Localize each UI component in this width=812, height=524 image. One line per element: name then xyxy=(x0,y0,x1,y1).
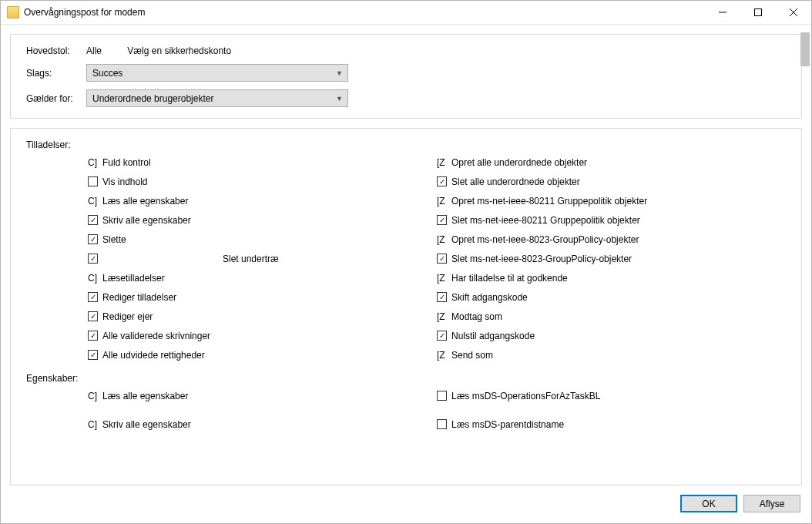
permission-row: [ZOpret ms-net-ieee-8023-GroupPolicy-obj… xyxy=(437,232,786,247)
checkbox[interactable] xyxy=(437,215,447,225)
button-bar: OK Aflyse xyxy=(1,495,811,523)
slags-select[interactable]: Succes ▼ xyxy=(86,64,348,82)
permission-row: Vis indhold xyxy=(88,174,437,189)
permission-row: C]Læs alle egenskaber xyxy=(88,193,437,208)
permission-row: C]Læs alle egenskaber xyxy=(88,388,437,403)
permission-row: Slet ms-net-ieee-80211 Gruppepolitik obj… xyxy=(437,213,786,227)
permission-trailing-label: Slet undertræ xyxy=(223,254,279,264)
permission-label: Slet alle underordnede objekter xyxy=(451,176,580,187)
permission-label: Slet ms-net-ieee-80211 Gruppepolitik obj… xyxy=(451,215,640,226)
permission-row: Rediger tilladelser xyxy=(88,290,437,304)
minimize-icon xyxy=(719,8,726,16)
chevron-down-icon: ▼ xyxy=(336,95,343,102)
checkbox[interactable] xyxy=(88,292,98,302)
checkbox[interactable] xyxy=(437,331,447,341)
minimize-button[interactable] xyxy=(705,1,740,24)
slags-value: Succes xyxy=(92,68,122,79)
maximize-icon xyxy=(754,8,762,16)
permission-label: Slette xyxy=(102,234,126,245)
slags-label: Slags: xyxy=(26,68,86,79)
static-check-glyph: [Z xyxy=(437,273,447,284)
permission-label: Rediger tilladelser xyxy=(102,292,176,303)
close-button[interactable] xyxy=(776,1,811,24)
vertical-scrollbar[interactable] xyxy=(800,32,810,66)
permission-row: Alle udvidede rettigheder xyxy=(88,348,437,362)
gaelder-select[interactable]: Underordnede brugerobjekter ▼ xyxy=(86,89,348,107)
svg-rect-1 xyxy=(755,9,762,16)
checkbox[interactable] xyxy=(88,311,98,321)
permission-row: [ZOpret ms-net-ieee-80211 Gruppepolitik … xyxy=(437,193,786,208)
permission-row: Læs msDS-parentdistname xyxy=(437,417,786,432)
permission-row: Skriv alle egenskaber xyxy=(88,213,437,227)
permission-label: Læsetilladelser xyxy=(102,273,165,284)
permission-row: Alle validerede skrivninger xyxy=(88,328,437,343)
permission-row: Skift adgangskode xyxy=(437,290,786,304)
maximize-button[interactable] xyxy=(740,1,776,24)
permission-label: Send som xyxy=(451,350,493,361)
permission-label: Nulstil adgangskode xyxy=(451,331,535,341)
gaelder-value: Underordnede brugerobjekter xyxy=(92,93,213,104)
ok-button[interactable]: OK xyxy=(680,495,737,512)
checkbox[interactable] xyxy=(88,350,98,360)
gaelder-label: Gælder for: xyxy=(26,93,86,104)
permission-row: [ZSend som xyxy=(437,348,786,362)
permission-label: Opret ms-net-ieee-80211 Gruppepolitik ob… xyxy=(451,196,647,207)
permission-label: Alle validerede skrivninger xyxy=(102,331,210,341)
properties-column-left: C]Læs alle egenskaberC]Skriv alle egensk… xyxy=(88,388,437,432)
permission-row: Slet ms-net-ieee-8023-GroupPolicy-objekt… xyxy=(437,251,786,266)
titlebar: Overvågningspost for modem xyxy=(1,1,811,25)
permission-row: Slet undertræ xyxy=(88,251,437,266)
cancel-button[interactable]: Aflyse xyxy=(743,495,800,512)
checkbox[interactable] xyxy=(88,215,98,225)
checkbox[interactable] xyxy=(88,254,98,264)
permission-row: Nulstil adgangskode xyxy=(437,328,786,343)
static-check-glyph: [Z xyxy=(437,350,447,361)
chevron-down-icon: ▼ xyxy=(336,69,343,77)
permission-label: Opret alle underordnede objekter xyxy=(451,157,587,168)
checkbox[interactable] xyxy=(88,331,98,341)
properties-label: Egenskaber: xyxy=(26,373,786,384)
client-area: Hovedstol: Alle Vælg en sikkerhedskonto … xyxy=(1,25,811,495)
permission-label: Skift adgangskode xyxy=(451,292,528,303)
permission-label: Læs alle egenskaber xyxy=(102,196,188,207)
checkbox[interactable] xyxy=(437,292,447,302)
permission-label: Vis indhold xyxy=(102,176,148,187)
permission-row: [ZOpret alle underordnede objekter xyxy=(437,155,786,170)
permission-row: Rediger ejer xyxy=(88,309,437,324)
checkbox[interactable] xyxy=(437,391,447,401)
permission-label: Har tilladelse til at godkende xyxy=(451,273,568,284)
static-check-glyph: C] xyxy=(88,273,98,284)
hovedstol-label: Hovedstol: xyxy=(26,45,86,56)
permission-label: Læs msDS-OperationsForAzTaskBL xyxy=(451,391,600,401)
properties-column-right: Læs msDS-OperationsForAzTaskBLLæs msDS-p… xyxy=(437,388,786,432)
permission-row: C]Læsetilladelser xyxy=(88,270,437,285)
static-check-glyph: C] xyxy=(88,391,98,401)
static-check-glyph: [Z xyxy=(437,196,447,207)
checkbox[interactable] xyxy=(437,419,447,429)
permissions-column-right: [ZOpret alle underordnede objekterSlet a… xyxy=(437,155,786,362)
permissions-label: Tilladelser: xyxy=(26,139,786,150)
permission-row: C]Skriv alle egenskaber xyxy=(88,417,437,432)
hovedstol-row: Alle Vælg en sikkerhedskonto xyxy=(86,45,348,56)
permission-label: Rediger ejer xyxy=(102,311,153,322)
hovedstol-value: Alle xyxy=(86,45,102,56)
checkbox[interactable] xyxy=(437,176,447,186)
permission-label: Modtag som xyxy=(451,311,502,322)
header-panel: Hovedstol: Alle Vælg en sikkerhedskonto … xyxy=(10,34,802,119)
window-controls xyxy=(705,1,811,24)
permission-row: C]Fuld kontrol xyxy=(88,155,437,170)
permissions-column-left: C]Fuld kontrolVis indholdC]Læs alle egen… xyxy=(88,155,437,362)
checkbox[interactable] xyxy=(88,234,98,244)
permission-label: Fuld kontrol xyxy=(102,157,151,168)
window-title: Overvågningspost for modem xyxy=(24,7,705,18)
checkbox[interactable] xyxy=(437,254,447,264)
permission-label: Skriv alle egenskaber xyxy=(102,215,191,226)
permission-row: Slette xyxy=(88,232,437,247)
checkbox[interactable] xyxy=(88,176,98,186)
permission-row: [ZModtag som xyxy=(437,309,786,324)
choose-security-account[interactable]: Vælg en sikkerhedskonto xyxy=(104,45,231,56)
close-icon xyxy=(790,8,797,16)
permission-row: Slet alle underordnede objekter xyxy=(437,174,786,189)
folder-icon xyxy=(7,6,19,18)
static-check-glyph: C] xyxy=(88,196,98,207)
